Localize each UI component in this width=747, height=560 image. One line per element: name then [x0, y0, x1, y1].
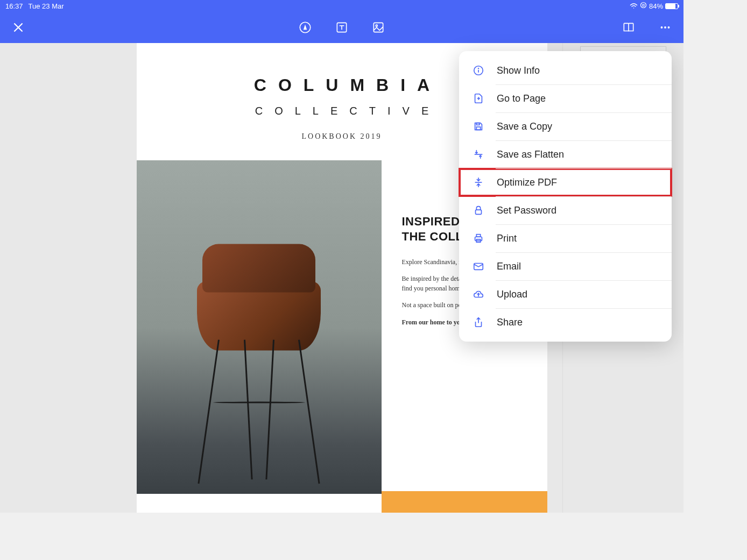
menu-item-label: Share	[497, 317, 523, 328]
menu-item-go-to-page[interactable]: Go to Page	[459, 84, 672, 112]
flatten-icon	[472, 148, 485, 161]
svg-point-11	[478, 68, 479, 69]
svg-point-7	[664, 26, 666, 29]
info-icon	[472, 64, 485, 77]
toolbar	[0, 12, 683, 43]
cloud-icon	[472, 288, 485, 301]
svg-rect-4	[373, 23, 383, 32]
svg-rect-12	[476, 123, 480, 125]
menu-item-email[interactable]: Email	[459, 252, 672, 280]
rotation-lock-icon	[640, 2, 647, 10]
menu-item-label: Print	[497, 233, 517, 244]
hero-image	[137, 160, 382, 494]
save-icon	[472, 120, 485, 133]
pen-tool-icon[interactable]	[298, 20, 313, 35]
wifi-icon	[630, 2, 638, 10]
menu-item-save-copy[interactable]: Save a Copy	[459, 112, 672, 140]
svg-rect-18	[476, 235, 480, 237]
svg-rect-17	[475, 237, 482, 240]
svg-point-0	[640, 3, 646, 8]
menu-item-label: Optimize PDF	[497, 177, 557, 188]
svg-rect-1	[643, 4, 644, 6]
menu-item-print[interactable]: Print	[459, 224, 672, 252]
svg-point-5	[376, 25, 377, 26]
menu-item-label: Save a Copy	[497, 121, 552, 132]
more-menu-button[interactable]	[658, 20, 673, 35]
menu-item-share[interactable]: Share	[459, 308, 672, 336]
menu-item-label: Set Password	[497, 205, 556, 216]
menu-item-set-password[interactable]: Set Password	[459, 196, 672, 224]
svg-point-6	[661, 26, 663, 29]
svg-point-8	[668, 26, 670, 29]
reader-view-icon[interactable]	[621, 20, 636, 35]
menu-item-save-flatten[interactable]: Save as Flatten	[459, 140, 672, 168]
close-button[interactable]	[11, 20, 26, 35]
lock-icon	[472, 204, 485, 217]
menu-item-label: Show Info	[497, 65, 540, 76]
menu-item-label: Go to Page	[497, 93, 546, 104]
battery-percent: 84%	[649, 2, 663, 10]
footer-strip	[382, 491, 547, 513]
menu-item-label: Upload	[497, 289, 527, 300]
text-tool-icon[interactable]	[334, 20, 349, 35]
status-bar: 16:37 Tue 23 Mar 84%	[0, 0, 683, 12]
menu-item-label: Save as Flatten	[497, 149, 564, 160]
optimize-icon	[472, 176, 485, 189]
svg-rect-13	[476, 127, 480, 130]
mail-icon	[472, 260, 485, 273]
goto-icon	[472, 92, 485, 105]
menu-item-upload[interactable]: Upload	[459, 280, 672, 308]
menu-item-show-info[interactable]: Show Info	[459, 56, 672, 84]
print-icon	[472, 232, 485, 245]
status-time: 16:37	[5, 2, 23, 10]
menu-item-label: Email	[497, 261, 521, 272]
svg-rect-16	[476, 210, 482, 214]
battery-icon	[665, 3, 678, 9]
actions-menu: Show InfoGo to PageSave a CopySave as Fl…	[459, 51, 672, 342]
image-tool-icon[interactable]	[371, 20, 386, 35]
share-icon	[472, 316, 485, 329]
status-date: Tue 23 Mar	[29, 2, 64, 10]
menu-item-optimize-pdf[interactable]: Optimize PDF	[459, 168, 672, 196]
